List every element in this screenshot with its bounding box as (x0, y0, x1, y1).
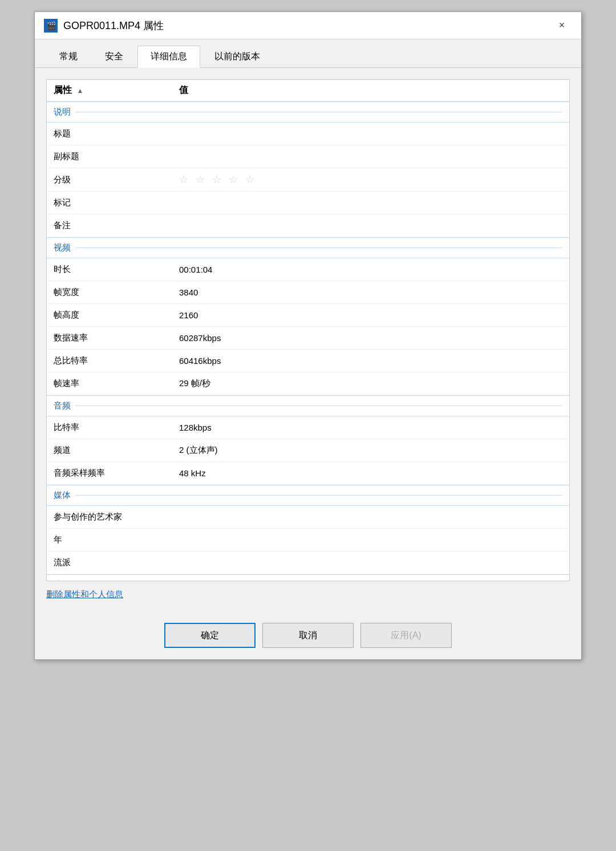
prop-comments-label: 备注 (54, 220, 179, 231)
prop-duration-value: 00:01:04 (179, 265, 562, 274)
prop-total-bitrate-label: 总比特率 (54, 355, 179, 366)
tab-bar: 常规 安全 详细信息 以前的版本 (35, 39, 581, 68)
section-source: 来源 (47, 574, 569, 581)
row-subtitle: 副标题 (47, 145, 569, 168)
prop-rating-value[interactable]: ☆ ☆ ☆ ☆ ☆ (179, 173, 562, 186)
tab-security[interactable]: 安全 (92, 46, 136, 68)
section-line-audio (75, 406, 562, 406)
tab-details[interactable]: 详细信息 (137, 46, 200, 68)
row-frame-width: 帧宽度 3840 (47, 281, 569, 304)
properties-window: 🎬 GOPR0011.MP4 属性 × 常规 安全 详细信息 以前的版本 属性 … (34, 11, 582, 660)
buttons-area: 确定 取消 应用(A) (35, 611, 581, 659)
section-media-label: 媒体 (54, 490, 71, 501)
file-icon: 🎬 (44, 19, 58, 33)
row-year: 年 (47, 529, 569, 552)
prop-data-rate-label: 数据速率 (54, 333, 179, 343)
section-video: 视频 (47, 237, 569, 258)
window-title: GOPR0011.MP4 属性 (63, 19, 164, 33)
column-header: 属性 ▲ 值 (47, 80, 569, 102)
apply-button[interactable]: 应用(A) (360, 623, 452, 648)
row-bitrate: 比特率 128kbps (47, 416, 569, 439)
row-frame-height: 帧高度 2160 (47, 304, 569, 327)
prop-rating-label: 分级 (54, 175, 179, 185)
prop-channels-value: 2 (立体声) (179, 445, 562, 456)
content-area: 属性 ▲ 值 说明 标题 副标题 (35, 68, 581, 611)
row-artist: 参与创作的艺术家 (47, 506, 569, 529)
section-description: 说明 (47, 102, 569, 123)
prop-duration-label: 时长 (54, 264, 179, 275)
row-total-bitrate: 总比特率 60416kbps (47, 350, 569, 372)
prop-channels-label: 频道 (54, 445, 179, 456)
prop-bitrate-label: 比特率 (54, 422, 179, 433)
row-data-rate: 数据速率 60287kbps (47, 327, 569, 350)
row-frame-rate: 帧速率 29 帧/秒 (47, 372, 569, 395)
row-title: 标题 (47, 123, 569, 145)
prop-sample-rate-label: 音频采样频率 (54, 468, 179, 479)
section-line-video (75, 248, 562, 248)
delete-properties-link[interactable]: 删除属性和个人信息 (46, 589, 123, 600)
row-tags: 标记 (47, 192, 569, 214)
row-duration: 时长 00:01:04 (47, 258, 569, 281)
prop-artist-label: 参与创作的艺术家 (54, 512, 179, 522)
row-channels: 频道 2 (立体声) (47, 439, 569, 462)
prop-subtitle-label: 副标题 (54, 151, 179, 162)
section-video-label: 视频 (54, 242, 71, 253)
prop-frame-rate-label: 帧速率 (54, 378, 179, 389)
row-comments: 备注 (47, 214, 569, 237)
title-bar: 🎬 GOPR0011.MP4 属性 × (35, 12, 581, 39)
prop-bitrate-value: 128kbps (179, 423, 562, 432)
tab-general[interactable]: 常规 (46, 46, 91, 68)
row-sample-rate: 音频采样频率 48 kHz (47, 462, 569, 485)
properties-panel: 属性 ▲ 值 说明 标题 副标题 (46, 79, 570, 581)
sort-arrow-icon: ▲ (76, 87, 83, 95)
properties-scroll-area[interactable]: 属性 ▲ 值 说明 标题 副标题 (47, 80, 569, 581)
prop-frame-height-value: 2160 (179, 310, 562, 320)
section-audio-label: 音频 (54, 400, 71, 411)
row-genre: 流派 (47, 552, 569, 574)
title-bar-left: 🎬 GOPR0011.MP4 属性 (44, 19, 164, 33)
prop-frame-width-value: 3840 (179, 287, 562, 297)
prop-tags-label: 标记 (54, 197, 179, 208)
close-button[interactable]: × (552, 15, 572, 36)
prop-total-bitrate-value: 60416kbps (179, 356, 562, 366)
prop-data-rate-value: 60287kbps (179, 333, 562, 343)
section-line-media (75, 495, 562, 496)
prop-frame-rate-value: 29 帧/秒 (179, 378, 562, 389)
prop-sample-rate-value: 48 kHz (179, 468, 562, 478)
prop-frame-width-label: 帧宽度 (54, 287, 179, 298)
row-rating: 分级 ☆ ☆ ☆ ☆ ☆ (47, 168, 569, 192)
prop-title-label: 标题 (54, 128, 179, 139)
section-media: 媒体 (47, 485, 569, 506)
section-audio: 音频 (47, 395, 569, 416)
prop-year-label: 年 (54, 534, 179, 545)
section-line (75, 112, 562, 112)
tab-previous-versions[interactable]: 以前的版本 (201, 46, 273, 68)
col-value-header: 值 (179, 84, 553, 96)
prop-genre-label: 流派 (54, 557, 179, 568)
col-property-header[interactable]: 属性 ▲ (54, 84, 179, 96)
section-source-label: 来源 (54, 580, 71, 581)
section-description-label: 说明 (54, 107, 71, 117)
prop-frame-height-label: 帧高度 (54, 310, 179, 321)
stars-display[interactable]: ☆ ☆ ☆ ☆ ☆ (179, 174, 257, 185)
ok-button[interactable]: 确定 (164, 623, 256, 648)
cancel-button[interactable]: 取消 (262, 623, 354, 648)
